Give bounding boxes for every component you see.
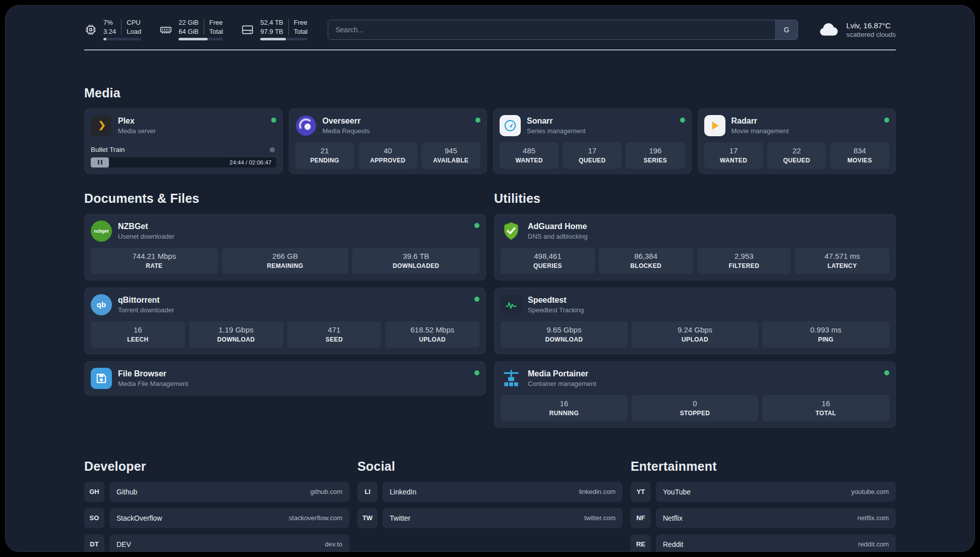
overseerr-icon <box>295 115 317 136</box>
nzbget-icon: nzbget <box>91 220 112 242</box>
status-online-dot <box>271 118 276 123</box>
link-github[interactable]: GH Github github.com <box>84 482 349 502</box>
weather-widget: Lviv, 16.87°C scattered clouds <box>818 21 896 38</box>
service-card-qbittorrent[interactable]: qb qBittorrent Torrent downloader 16 LEE… <box>84 288 486 354</box>
ram-free-value: 22 GiB <box>178 19 199 27</box>
cpu-load-value: 3.24 <box>103 28 116 36</box>
stat-rate: 744.21 Mbps RATE <box>91 248 218 274</box>
stackoverflow-abbr-icon: SO <box>84 508 104 528</box>
disk-icon <box>241 23 254 36</box>
ram-icon <box>159 23 172 36</box>
service-subtitle: Container management <box>528 380 878 387</box>
service-subtitle: Speedtest Tracking <box>528 306 889 314</box>
stat-approved: 40 APPROVED <box>358 142 417 169</box>
stat-total: 16 TOTAL <box>762 395 889 421</box>
stat-wanted: 485 WANTED <box>500 142 559 169</box>
cpu-icon <box>84 23 97 36</box>
utilities-section-title: Utilities <box>494 191 896 206</box>
stat-upload: 9.24 Gbps UPLOAD <box>632 321 759 348</box>
status-online-dot <box>884 118 889 123</box>
disk-stat: 52.4 TB 97.9 TB Free Total <box>241 19 308 40</box>
adguard-icon <box>501 220 522 242</box>
link-netflix[interactable]: NF Netflix netflix.com <box>631 508 896 528</box>
speedtest-icon <box>501 294 522 315</box>
disk-total-value: 97.9 TB <box>260 28 283 36</box>
service-card-radarr[interactable]: Radarr Movie management 17 WANTED 22 QUE… <box>698 108 896 174</box>
stat-available: 945 AVAILABLE <box>421 142 480 169</box>
stat-downloaded: 39.6 TB DOWNLOADED <box>352 248 479 274</box>
stat-remaining: 266 GB REMAINING <box>222 248 349 274</box>
sonarr-icon <box>500 115 521 136</box>
status-online-dot <box>475 118 480 123</box>
section-utilities: Utilities AdGuard Home DNS and a <box>494 191 896 428</box>
service-card-plex[interactable]: Plex Media server Bullet Train <box>84 108 283 174</box>
link-dev[interactable]: DT DEV dev.to <box>84 534 349 552</box>
status-online-dot <box>474 297 479 302</box>
status-online-dot <box>680 118 685 123</box>
section-media: Media Plex Media server Bullet Train <box>84 86 896 174</box>
service-card-speedtest[interactable]: Speedtest Speedtest Tracking 9.65 Gbps D… <box>494 288 896 354</box>
playback-progress-bar[interactable]: 24:44 / 02:06:47 <box>91 157 276 168</box>
stat-wanted: 17 WANTED <box>704 142 763 169</box>
link-reddit[interactable]: RE Reddit reddit.com <box>631 534 896 552</box>
social-section-title: Social <box>357 459 623 474</box>
filebrowser-icon <box>91 368 112 389</box>
status-online-dot <box>884 370 889 375</box>
portainer-icon <box>501 368 522 389</box>
stat-blocked: 86,384 BLOCKED <box>599 248 693 274</box>
disk-free-label: Free <box>294 19 308 27</box>
section-documents: Documents & Files nzbget NZBGet Usenet d… <box>84 191 486 396</box>
service-card-adguard[interactable]: AdGuard Home DNS and adblocking 498,461 … <box>494 214 896 281</box>
service-card-nzbget[interactable]: nzbget NZBGet Usenet downloader 744.21 M… <box>84 214 486 281</box>
service-name: NZBGet <box>118 222 468 231</box>
weather-condition: scattered clouds <box>846 31 896 38</box>
link-twitter[interactable]: TW Twitter twitter.com <box>357 508 623 528</box>
service-card-overseerr[interactable]: Overseerr Media Requests 21 PENDING 40 A… <box>289 108 487 174</box>
system-stats: 7% 3.24 CPU Load <box>84 19 308 40</box>
stat-pending: 21 PENDING <box>295 142 354 169</box>
service-subtitle: DNS and adblocking <box>528 233 889 240</box>
ram-progress-bar <box>178 38 223 40</box>
section-developer: Developer GH Github github.com SO StackO… <box>84 459 349 552</box>
stat-download: 9.65 Gbps DOWNLOAD <box>501 321 628 348</box>
disk-free-value: 52.4 TB <box>260 19 283 27</box>
reddit-abbr-icon: RE <box>631 534 651 552</box>
stat-latency: 47.571 ms LATENCY <box>795 248 889 274</box>
service-subtitle: Usenet downloader <box>118 233 468 240</box>
ram-stat: 22 GiB 64 GiB Free Total <box>159 19 223 40</box>
cloud-icon <box>818 21 839 38</box>
search-input[interactable] <box>328 20 775 39</box>
service-subtitle: Media Requests <box>323 127 470 135</box>
stat-movies: 834 MOVIES <box>830 142 889 169</box>
link-linkedin[interactable]: LI LinkedIn linkedin.com <box>357 482 623 502</box>
pause-icon[interactable] <box>91 157 109 168</box>
link-stackoverflow[interactable]: SO StackOverflow stackoverflow.com <box>84 508 349 528</box>
service-card-filebrowser[interactable]: File Browser Media File Management <box>84 361 486 396</box>
search-bar: G <box>328 20 798 40</box>
disk-progress-bar <box>260 38 308 40</box>
stat-leech: 16 LEECH <box>91 321 185 348</box>
topbar-divider <box>84 49 896 50</box>
service-name: AdGuard Home <box>528 222 889 231</box>
gear-icon[interactable] <box>268 146 276 154</box>
service-subtitle: Media server <box>118 127 265 135</box>
top-bar: 7% 3.24 CPU Load <box>84 19 896 40</box>
service-subtitle: Movie management <box>731 127 879 135</box>
stat-queued: 22 QUEUED <box>767 142 826 169</box>
entertainment-section-title: Entertainment <box>631 459 896 474</box>
disk-total-label: Total <box>294 28 308 36</box>
stat-queries: 498,461 QUERIES <box>501 248 595 274</box>
link-youtube[interactable]: YT YouTube youtube.com <box>631 482 896 502</box>
status-online-dot <box>474 370 479 375</box>
service-card-portainer[interactable]: Media Portainer Container management 16 … <box>494 361 896 428</box>
qbittorrent-icon: qb <box>91 294 112 315</box>
service-card-sonarr[interactable]: Sonarr Series management 485 WANTED 17 Q… <box>493 108 692 174</box>
youtube-abbr-icon: YT <box>631 482 651 502</box>
service-name: Speedtest <box>528 296 889 305</box>
stat-series: 196 SERIES <box>626 142 685 169</box>
search-engine-button[interactable]: G <box>775 20 798 39</box>
stat-upload: 618.52 Mbps UPLOAD <box>385 321 479 348</box>
ram-total-label: Total <box>209 28 223 36</box>
service-subtitle: Media File Management <box>118 380 468 387</box>
now-playing-title: Bullet Train <box>91 146 125 153</box>
